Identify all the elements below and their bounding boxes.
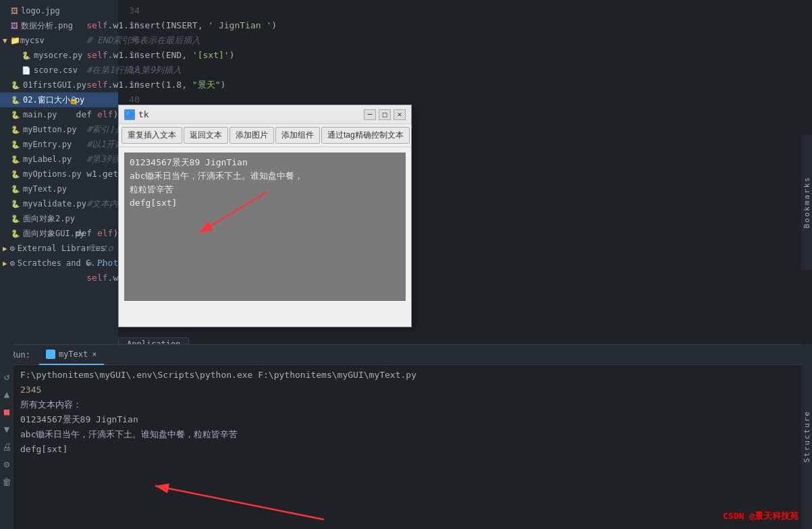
py-icon-2: 🐍 xyxy=(11,81,20,90)
png-icon: 🖼 xyxy=(11,22,18,30)
run-trash-button[interactable]: 🗑 xyxy=(2,476,11,487)
py-icon-12: 🐍 xyxy=(11,229,20,238)
tk-window-controls: ─ □ ✕ xyxy=(364,109,406,120)
py-icon: 🐍 xyxy=(22,51,31,60)
run-stop-button[interactable]: ■ xyxy=(4,406,9,417)
run-output-line2: abc锄禾日当午，汗滴禾下土。谁知盘中餐，粒粒皆辛苦 xyxy=(20,427,794,442)
run-output-alltext: 所有文本内容： xyxy=(20,397,794,412)
run-print-button[interactable]: 🖨 xyxy=(2,441,11,452)
py-icon-10: 🐍 xyxy=(11,200,20,208)
run-settings-button[interactable]: ⚙ xyxy=(4,459,9,470)
bookmarks-label: Bookmarks xyxy=(803,176,811,229)
tk-close-button[interactable]: ✕ xyxy=(394,109,406,120)
py-icon-3: 🐍 xyxy=(11,96,20,105)
run-output-line1: 01234567景天89 JignTian xyxy=(20,412,794,427)
tk-add-image-button[interactable]: 添加图片 xyxy=(229,127,274,144)
run-left-controls: ↺ ▲ ■ ▼ 🖨 ⚙ 🗑 xyxy=(0,344,13,529)
folder-dir-icon: 📁 xyxy=(10,36,20,45)
tk-toolbar: 重复插入文本 返回文本 添加图片 添加组件 通过tag精确控制文本 xyxy=(119,124,411,147)
watermark: CSDN @景天科技苑 xyxy=(723,510,799,522)
run-output-area: F:\pythonitems\myGUI\.env\Scripts\python… xyxy=(13,364,801,529)
run-header: Run: myText × xyxy=(0,345,812,365)
csv-icon: 📄 xyxy=(22,66,31,75)
py-icon-4: 🐍 xyxy=(11,111,20,119)
bookmarks-panel: Bookmarks xyxy=(801,135,812,270)
tk-title: 🔷 tk xyxy=(124,109,149,120)
run-restart-button[interactable]: ↺ xyxy=(4,371,9,382)
ext-folder-icon: ▶ xyxy=(3,244,7,253)
tk-minimize-button[interactable]: ─ xyxy=(364,109,376,120)
run-scroll-down-button[interactable]: ▼ xyxy=(4,424,9,435)
run-tab-close[interactable]: × xyxy=(92,350,97,359)
py-icon-7: 🐍 xyxy=(11,155,20,164)
jpg-icon: 🖼 xyxy=(11,7,18,16)
ide-container: 🖼 logo.jpg 🖼 数据分析.png ▼ 📁 mycsv 🐍 mysocr… xyxy=(0,0,812,529)
tk-text-display: 01234567景天89 JignTian abc锄禾日当午，汗滴禾下土。谁知盘… xyxy=(124,152,406,213)
tk-maximize-button[interactable]: □ xyxy=(379,109,391,120)
tk-title-icon: 🔷 xyxy=(124,109,135,120)
tk-window[interactable]: 🔷 tk ─ □ ✕ 重复插入文本 返回文本 添加图片 添加组件 通过tag精确… xyxy=(118,105,412,327)
run-output-number: 2345 xyxy=(20,383,794,397)
tk-text-content[interactable]: 01234567景天89 JignTian abc锄禾日当午，汗滴禾下土。谁知盘… xyxy=(124,152,406,301)
structure-panel: Structure xyxy=(801,344,812,529)
py-icon-6: 🐍 xyxy=(11,140,20,149)
structure-label: Structure xyxy=(803,410,811,463)
run-scroll-up-button[interactable]: ▲ xyxy=(4,389,9,399)
py-icon-8: 🐍 xyxy=(11,170,20,179)
tk-add-widget-button[interactable]: 添加组件 xyxy=(275,127,320,144)
tk-return-text-button[interactable]: 返回文本 xyxy=(184,127,228,144)
run-tab-icon xyxy=(46,350,55,359)
tk-repeat-insert-button[interactable]: 重复插入文本 xyxy=(121,127,182,144)
tk-tag-control-button[interactable]: 通过tag精确控制文本 xyxy=(321,127,410,144)
py-icon-9: 🐍 xyxy=(11,185,20,194)
scratches-folder-icon: ▶ xyxy=(3,259,7,268)
code-line-34: self.w1.insert(INSERT, ' JignTian ') xyxy=(34,3,812,18)
run-tab-mytext[interactable]: myText × xyxy=(39,345,104,365)
folder-icon: ▼ xyxy=(3,36,7,45)
py-icon-5: 🐍 xyxy=(11,126,20,134)
run-output-path: F:\pythonitems\myGUI\.env\Scripts\python… xyxy=(20,368,794,383)
run-output-line3: defg[sxt] xyxy=(20,442,794,457)
tk-titlebar: 🔷 tk ─ □ ✕ xyxy=(119,105,411,124)
py-icon-11: 🐍 xyxy=(11,215,20,223)
